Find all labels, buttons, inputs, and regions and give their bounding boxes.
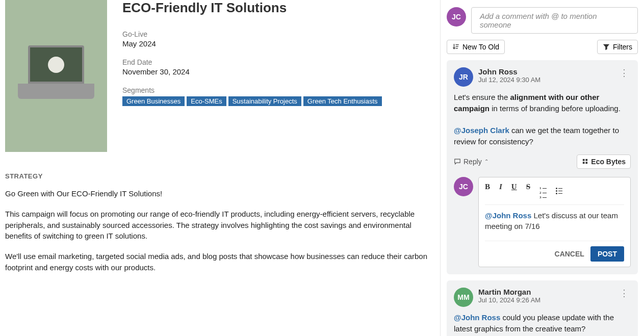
comments-sidebar: JC Add a comment with @ to mention someo…	[440, 0, 644, 336]
svg-rect-2	[583, 162, 585, 164]
leaf-icon	[48, 57, 64, 73]
comment-more-icon[interactable]: ⋮	[617, 67, 631, 79]
filter-icon	[603, 43, 610, 50]
tag-icon	[582, 158, 588, 165]
campaign-title: ECO-Friendly IT Solutions	[122, 0, 382, 16]
comment-more-icon[interactable]: ⋮	[617, 288, 631, 299]
current-user-avatar: JC	[454, 177, 473, 196]
unordered-list-button[interactable]	[556, 183, 562, 199]
strategy-p1: Go Green with Our ECO-Friendly IT Soluti…	[5, 188, 430, 199]
strikethrough-button[interactable]: S	[526, 183, 530, 199]
composer-box: B I U S 123 @John Ross Let's discuss at …	[478, 177, 631, 267]
italic-button[interactable]: I	[499, 183, 502, 199]
go-live-label: Go-Live	[122, 30, 382, 38]
campaign-details: ECO-Friendly IT Solutions Go-Live May 20…	[122, 0, 382, 152]
strategy-p3: We'll use email marketing, targeted soci…	[5, 251, 430, 273]
composer-text[interactable]: @John Ross Let's discuss at our team mee…	[485, 210, 624, 241]
end-date-value: November 30, 2024	[122, 67, 382, 76]
campaign-image	[5, 0, 107, 152]
filters-label: Filters	[613, 43, 632, 51]
filters-button[interactable]: Filters	[597, 40, 638, 54]
laptop-illustration	[15, 45, 97, 107]
comment-body: Let's ensure the alignment with our othe…	[454, 92, 631, 147]
comment-input[interactable]: Add a comment with @ to mention someone	[471, 7, 638, 34]
svg-rect-3	[586, 162, 588, 164]
comment-timestamp: Jul 10, 2024 9:26 AM	[478, 296, 612, 304]
mention-link[interactable]: @John Ross	[485, 211, 531, 220]
current-user-avatar: JC	[447, 7, 466, 27]
ordered-list-button[interactable]: 123	[539, 183, 547, 199]
strategy-p2: This campaign will focus on promoting ou…	[5, 209, 430, 242]
comment-body: @John Ross could you please update with …	[454, 312, 631, 334]
segments-list: Green Businesses Eco-SMEs Sustainability…	[122, 96, 382, 106]
post-button[interactable]: POST	[590, 246, 624, 262]
segment-chip[interactable]: Eco-SMEs	[187, 96, 226, 106]
chevron-up-icon: ⌃	[484, 159, 488, 164]
svg-rect-1	[586, 159, 588, 161]
strategy-heading: STRATEGY	[5, 172, 430, 180]
sort-label: New To Old	[462, 43, 499, 51]
add-comment-row: JC Add a comment with @ to mention someo…	[447, 7, 638, 34]
comments-toolbar: New To Old Filters	[447, 40, 638, 54]
segment-chip[interactable]: Green Tech Enthusiasts	[303, 96, 382, 106]
bold-button[interactable]: B	[485, 183, 490, 199]
segment-chip[interactable]: Green Businesses	[122, 96, 185, 106]
comment-card: JR John Ross Jul 12, 2024 9:30 AM ⋮ Let'…	[447, 60, 638, 274]
end-date-label: End Date	[122, 58, 382, 66]
go-live-value: May 2024	[122, 39, 382, 48]
sort-icon	[452, 43, 459, 50]
reply-button[interactable]: Reply ⌃	[454, 158, 488, 166]
comment-author: John Ross	[478, 67, 612, 76]
cancel-button[interactable]: CANCEL	[555, 250, 584, 258]
comment-author: Martin Morgan	[478, 288, 612, 296]
mention-link[interactable]: @Joseph Clark	[454, 126, 509, 135]
comment-card: MM Martin Morgan Jul 10, 2024 9:26 AM ⋮ …	[447, 280, 638, 336]
main-content: ECO-Friendly IT Solutions Go-Live May 20…	[0, 0, 440, 336]
reply-icon	[454, 158, 461, 165]
commenter-avatar: JR	[454, 67, 473, 87]
comment-placeholder: Add a comment with @ to mention someone	[480, 12, 629, 29]
comment-timestamp: Jul 12, 2024 9:30 AM	[478, 76, 612, 84]
comment-tag[interactable]: Eco Bytes	[577, 154, 631, 169]
commenter-avatar: MM	[454, 288, 473, 307]
svg-rect-0	[583, 159, 585, 161]
campaign-hero: ECO-Friendly IT Solutions Go-Live May 20…	[5, 0, 430, 152]
segment-chip[interactable]: Sustainability Projects	[228, 96, 301, 106]
underline-button[interactable]: U	[511, 183, 517, 199]
segments-label: Segments	[122, 86, 382, 94]
format-toolbar: B I U S 123	[485, 183, 624, 205]
reply-composer: JC B I U S 123 @John Ross Let's discuss …	[454, 177, 631, 267]
strategy-body: Go Green with Our ECO-Friendly IT Soluti…	[5, 188, 430, 273]
sort-button[interactable]: New To Old	[447, 40, 505, 54]
mention-link[interactable]: @John Ross	[454, 313, 500, 322]
